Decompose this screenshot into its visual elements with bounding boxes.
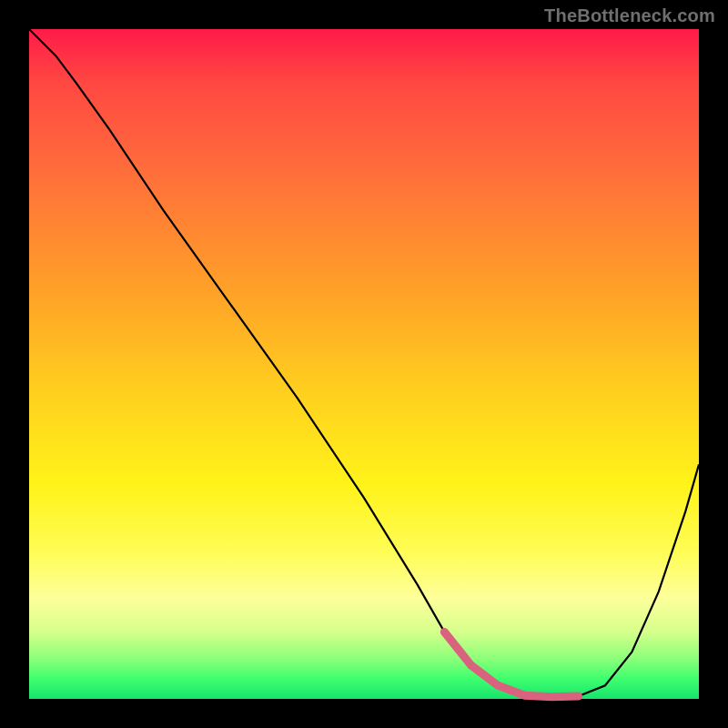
chart-frame: TheBottleneck.com: [0, 0, 728, 728]
bottleneck-curve-path: [29, 29, 699, 697]
plot-area: [29, 29, 699, 699]
watermark-text: TheBottleneck.com: [544, 5, 715, 26]
bottleneck-curve-svg: [29, 29, 699, 699]
bottleneck-curve-highlight: [444, 632, 578, 696]
